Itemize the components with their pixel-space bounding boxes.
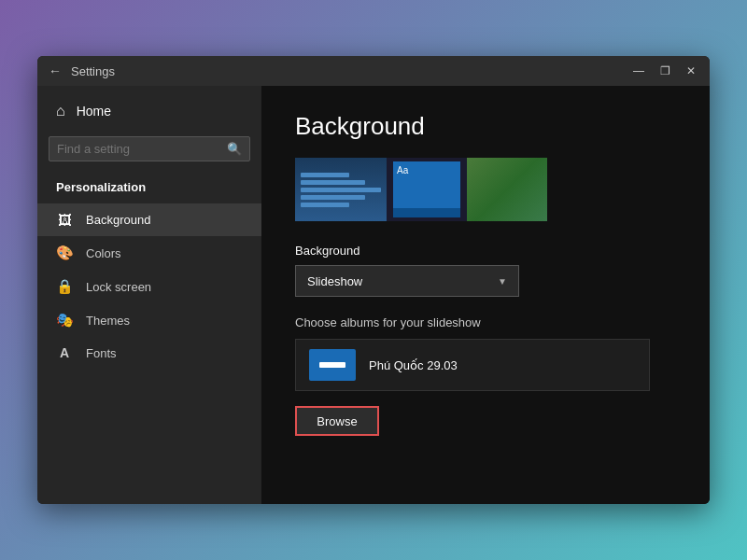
page-title: Background	[295, 112, 676, 141]
dropdown-value: Slideshow	[307, 274, 362, 288]
title-bar: ← Settings — ❐ ✕	[37, 56, 710, 86]
sidebar-home-label: Home	[77, 104, 111, 119]
close-button[interactable]: ✕	[684, 64, 698, 77]
preview-image-3	[467, 158, 547, 221]
preview-image-1	[295, 158, 387, 221]
main-content: Background Aa Bac	[261, 86, 710, 504]
sidebar-item-themes[interactable]: 🎭 Themes	[37, 303, 261, 337]
preview-line	[301, 173, 349, 177]
search-box[interactable]: 🔍	[49, 136, 250, 161]
preview-line	[301, 203, 349, 207]
window-title: Settings	[71, 64, 631, 78]
lock-icon: 🔒	[56, 278, 73, 295]
home-icon: ⌂	[56, 103, 65, 119]
sidebar-item-background-label: Background	[86, 213, 150, 227]
background-dropdown[interactable]: Slideshow ▼	[295, 265, 519, 297]
sidebar-item-background[interactable]: 🖼 Background	[37, 203, 261, 236]
desktop-mock: Aa	[393, 161, 460, 217]
window-controls: — ❐ ✕	[631, 64, 698, 77]
background-preview: Aa	[295, 158, 547, 221]
sidebar-item-home[interactable]: ⌂ Home	[37, 93, 261, 129]
sidebar-item-fonts[interactable]: A Fonts	[37, 337, 261, 369]
minimize-button[interactable]: —	[631, 64, 646, 77]
preview-image-2: Aa	[387, 158, 467, 221]
content-area: ⌂ Home 🔍 Personalization 🖼 Background 🎨 …	[37, 86, 710, 504]
fonts-icon: A	[56, 345, 73, 360]
preview-aa-text: Aa	[397, 165, 408, 175]
album-thumbnail	[309, 349, 356, 381]
sidebar-item-fonts-label: Fonts	[86, 346, 117, 360]
sidebar-section-title: Personalization	[37, 173, 261, 203]
preview-line	[301, 188, 381, 192]
background-icon: 🖼	[56, 212, 73, 228]
search-input[interactable]	[57, 142, 227, 156]
search-icon[interactable]: 🔍	[227, 142, 242, 156]
taskbar-mock	[393, 208, 460, 217]
browse-button[interactable]: Browse	[295, 406, 379, 436]
preview-line	[301, 180, 365, 185]
choose-albums-label: Choose albums for your slideshow	[295, 315, 676, 329]
settings-window: ← Settings — ❐ ✕ ⌂ Home 🔍 Personalizatio…	[37, 56, 710, 504]
sidebar-item-colors[interactable]: 🎨 Colors	[37, 236, 261, 270]
chevron-down-icon: ▼	[498, 276, 507, 287]
preview-line	[301, 195, 365, 200]
sidebar-item-colors-label: Colors	[86, 246, 121, 260]
sidebar-item-lock-label: Lock screen	[86, 280, 151, 294]
browse-button-label: Browse	[317, 414, 357, 428]
sidebar-item-lock-screen[interactable]: 🔒 Lock screen	[37, 270, 261, 303]
themes-icon: 🎭	[56, 312, 73, 329]
colors-icon: 🎨	[56, 245, 73, 261]
background-section-label: Background	[295, 244, 676, 258]
album-row[interactable]: Phú Quốc 29.03	[295, 339, 650, 391]
album-name: Phú Quốc 29.03	[369, 358, 458, 372]
sidebar: ⌂ Home 🔍 Personalization 🖼 Background 🎨 …	[37, 86, 261, 504]
album-thumb-bar	[319, 362, 345, 368]
back-button[interactable]: ←	[49, 63, 62, 78]
maximize-button[interactable]: ❐	[657, 64, 672, 77]
sidebar-item-themes-label: Themes	[86, 314, 130, 328]
